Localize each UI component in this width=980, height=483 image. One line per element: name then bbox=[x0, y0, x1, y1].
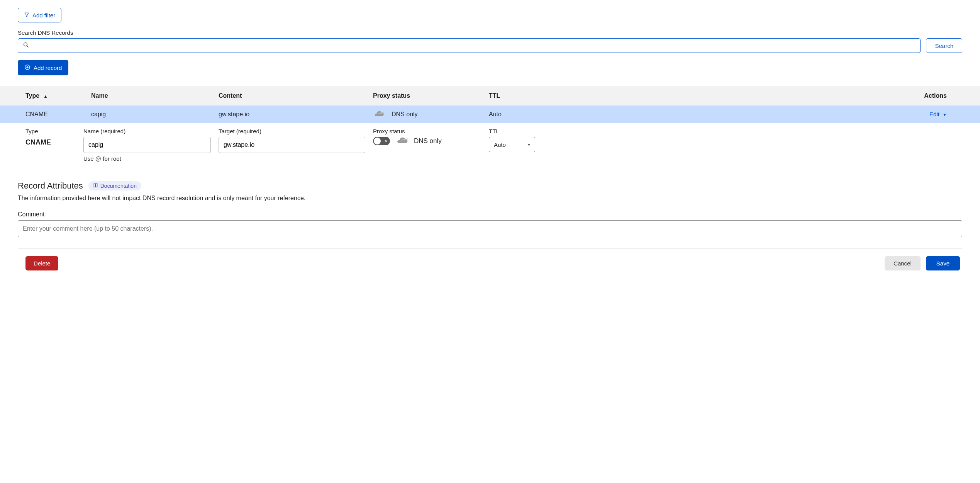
edit-link-label: Edit bbox=[929, 111, 939, 117]
delete-label: Delete bbox=[34, 260, 50, 266]
table-header-row: Type ▲ Name Content Proxy status TTL Act… bbox=[0, 86, 980, 105]
filter-icon bbox=[24, 12, 29, 18]
cell-type: CNAME bbox=[25, 111, 91, 118]
chevron-down-icon: ▼ bbox=[527, 143, 531, 147]
cloud-icon bbox=[395, 137, 409, 145]
delete-button[interactable]: Delete bbox=[25, 256, 58, 270]
target-input[interactable] bbox=[219, 137, 365, 153]
documentation-link[interactable]: Documentation bbox=[88, 181, 141, 190]
cell-proxy-text: DNS only bbox=[392, 111, 418, 118]
ttl-value: Auto bbox=[494, 141, 506, 148]
add-filter-button[interactable]: Add filter bbox=[18, 8, 61, 22]
col-proxy-header[interactable]: Proxy status bbox=[373, 92, 489, 99]
col-actions-header: Actions bbox=[924, 92, 972, 99]
divider bbox=[18, 173, 962, 173]
name-label: Name (required) bbox=[83, 128, 219, 134]
cancel-label: Cancel bbox=[894, 260, 912, 266]
cloud-icon bbox=[373, 111, 385, 118]
ttl-select[interactable]: Auto ▼ bbox=[489, 137, 535, 152]
svg-marker-0 bbox=[25, 13, 29, 17]
add-record-button[interactable]: Add record bbox=[18, 60, 68, 75]
search-label: Search DNS Records bbox=[18, 29, 962, 36]
search-button[interactable]: Search bbox=[926, 38, 962, 53]
name-input[interactable] bbox=[83, 137, 211, 153]
col-name-header[interactable]: Name bbox=[91, 92, 219, 99]
record-attributes-description: The information provided here will not i… bbox=[18, 195, 962, 202]
divider bbox=[18, 248, 962, 248]
toggle-off-icon: ✕ bbox=[385, 139, 388, 143]
toggle-knob bbox=[374, 138, 381, 145]
book-icon bbox=[93, 183, 98, 189]
search-input[interactable] bbox=[33, 42, 916, 49]
svg-line-2 bbox=[27, 46, 28, 47]
search-button-label: Search bbox=[935, 43, 953, 49]
plus-circle-icon bbox=[24, 64, 31, 71]
add-record-label: Add record bbox=[34, 65, 62, 71]
sort-asc-icon: ▲ bbox=[44, 94, 48, 99]
edit-link[interactable]: Edit ▼ bbox=[929, 111, 947, 117]
search-icon bbox=[23, 42, 29, 49]
target-label: Target (required) bbox=[219, 128, 373, 134]
comment-label: Comment bbox=[18, 211, 962, 218]
cell-ttl: Auto bbox=[489, 111, 541, 118]
col-ttl-header[interactable]: TTL bbox=[489, 92, 541, 99]
cancel-button[interactable]: Cancel bbox=[885, 256, 921, 270]
type-label: Type bbox=[25, 128, 83, 134]
cell-name: capig bbox=[91, 111, 219, 118]
type-value: CNAME bbox=[25, 138, 83, 146]
proxy-label: Proxy status bbox=[373, 128, 489, 134]
cell-proxy: DNS only bbox=[373, 111, 489, 118]
save-label: Save bbox=[936, 260, 949, 266]
save-button[interactable]: Save bbox=[926, 256, 960, 270]
proxy-toggle[interactable]: ✕ bbox=[373, 137, 390, 145]
table-row[interactable]: CNAME capig gw.stape.io DNS only Auto Ed… bbox=[0, 105, 980, 123]
col-content-header[interactable]: Content bbox=[219, 92, 373, 99]
caret-down-icon: ▼ bbox=[943, 112, 947, 117]
ttl-label: TTL bbox=[489, 128, 547, 134]
proxy-value: DNS only bbox=[414, 137, 442, 145]
cell-content: gw.stape.io bbox=[219, 111, 373, 118]
col-type-header[interactable]: Type ▲ bbox=[25, 92, 91, 99]
record-attributes-title: Record Attributes bbox=[18, 181, 83, 191]
add-filter-label: Add filter bbox=[32, 12, 55, 18]
search-box[interactable] bbox=[18, 38, 921, 53]
comment-input[interactable] bbox=[18, 220, 962, 237]
documentation-label: Documentation bbox=[100, 183, 137, 189]
name-help: Use @ for root bbox=[83, 155, 219, 162]
